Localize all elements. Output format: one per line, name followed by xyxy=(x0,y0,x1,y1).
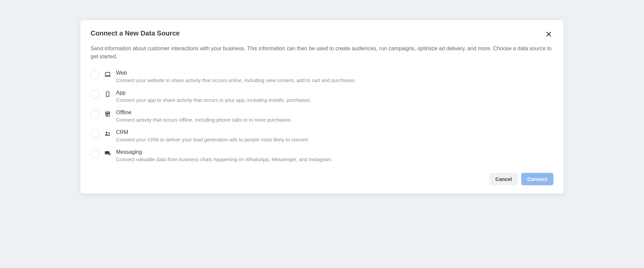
option-app-desc: Connect your app to share activity that … xyxy=(116,96,553,104)
option-app-text: App Connect your app to share activity t… xyxy=(116,90,553,104)
phone-icon xyxy=(104,90,111,98)
option-web-text: Web Connect your website to share activi… xyxy=(116,70,553,84)
modal-title: Connect a New Data Source xyxy=(91,29,180,37)
option-web-title: Web xyxy=(116,70,553,76)
svg-point-8 xyxy=(106,132,107,133)
svg-rect-2 xyxy=(105,72,110,75)
chat-icon xyxy=(104,150,111,157)
radio-crm[interactable] xyxy=(91,130,99,138)
close-button[interactable] xyxy=(544,29,553,40)
modal-subtitle: Send information about customer interact… xyxy=(91,45,553,61)
modal-header: Connect a New Data Source xyxy=(91,29,553,40)
option-messaging-text: Messaging Connect valuable data from bus… xyxy=(116,149,553,163)
option-app-title: App xyxy=(116,90,553,96)
option-offline-title: Offline xyxy=(116,110,553,116)
close-icon xyxy=(545,31,552,39)
option-offline-text: Offline Connect activity that occurs off… xyxy=(116,110,553,123)
radio-web[interactable] xyxy=(91,70,99,79)
modal-footer: Cancel Connect xyxy=(91,173,553,185)
data-source-options: Web Connect your website to share activi… xyxy=(91,70,553,163)
connect-button[interactable]: Connect xyxy=(521,173,553,185)
option-offline[interactable]: Offline Connect activity that occurs off… xyxy=(91,110,553,123)
option-app[interactable]: App Connect your app to share activity t… xyxy=(91,90,553,104)
option-web[interactable]: Web Connect your website to share activi… xyxy=(91,70,553,84)
svg-point-9 xyxy=(108,132,110,134)
radio-app[interactable] xyxy=(91,90,99,99)
connect-data-source-modal: Connect a New Data Source Send informati… xyxy=(80,20,564,193)
option-messaging-title: Messaging xyxy=(116,149,553,155)
cancel-button[interactable]: Cancel xyxy=(489,173,518,185)
svg-rect-7 xyxy=(107,115,108,116)
option-crm-title: CRM xyxy=(116,129,553,135)
option-offline-desc: Connect activity that occurs offline, in… xyxy=(116,116,553,123)
option-messaging[interactable]: Messaging Connect valuable data from bus… xyxy=(91,149,553,163)
people-icon xyxy=(104,130,111,137)
radio-offline[interactable] xyxy=(91,110,99,119)
store-icon xyxy=(104,110,111,118)
radio-messaging[interactable] xyxy=(91,149,99,158)
option-crm-text: CRM Connect your CRM to deliver your lea… xyxy=(116,129,553,143)
option-crm[interactable]: CRM Connect your CRM to deliver your lea… xyxy=(91,129,553,143)
option-crm-desc: Connect your CRM to deliver your lead ge… xyxy=(116,136,553,143)
option-web-desc: Connect your website to share activity t… xyxy=(116,77,553,84)
laptop-icon xyxy=(104,71,111,78)
option-messaging-desc: Connect valuable data from business chat… xyxy=(116,156,553,163)
